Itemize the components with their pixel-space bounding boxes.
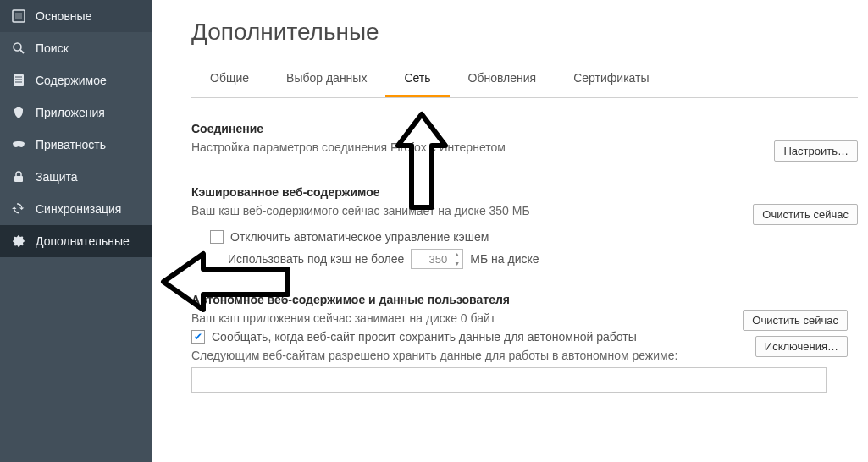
spinner-icon[interactable]: ▲▼ — [451, 250, 462, 268]
tab-general[interactable]: Общие — [191, 61, 268, 97]
sidebar-label: Синхронизация — [36, 202, 121, 216]
sync-icon — [12, 202, 25, 216]
general-icon — [12, 9, 25, 23]
content-icon — [12, 74, 25, 87]
clear-offline-button[interactable]: Очистить сейчас — [743, 310, 848, 331]
cache-size-row: Использовать под кэш не более 350 ▲▼ МБ … — [228, 249, 858, 269]
cache-size-input[interactable]: 350 ▲▼ — [411, 249, 463, 269]
section-title: Автономное веб-содержимое и данные польз… — [191, 293, 858, 306]
search-icon — [12, 41, 25, 55]
cache-size-post: МБ на диске — [470, 252, 539, 266]
sidebar-item-security[interactable]: Защита — [0, 161, 152, 193]
section-cache: Кэшированное веб-содержимое Ваш кэш веб-… — [191, 185, 858, 269]
disable-cache-label: Отключить автоматическое управление кэше… — [230, 230, 489, 244]
notify-checkbox[interactable] — [191, 330, 205, 344]
advanced-icon — [12, 234, 25, 248]
disable-cache-checkbox[interactable] — [210, 230, 224, 244]
tab-data-choices[interactable]: Выбор данных — [268, 61, 385, 97]
svg-rect-4 — [14, 74, 24, 86]
section-offline: Автономное веб-содержимое и данные польз… — [191, 293, 858, 393]
section-desc: Ваш кэш веб-содержимого сейчас занимает … — [191, 204, 530, 217]
sidebar-label: Поиск — [36, 41, 69, 55]
sidebar-item-sync[interactable]: Синхронизация — [0, 193, 152, 225]
svg-rect-8 — [14, 176, 23, 182]
sidebar-label: Приложения — [36, 106, 105, 119]
disable-cache-row: Отключить автоматическое управление кэше… — [210, 230, 858, 244]
applications-icon — [12, 106, 25, 119]
section-desc: Настройка параметров соединения Firefox … — [191, 140, 506, 154]
svg-point-2 — [14, 43, 21, 51]
notify-label: Сообщать, когда веб-сайт просит сохранит… — [212, 330, 637, 344]
sidebar-item-search[interactable]: Поиск — [0, 32, 152, 64]
configure-button[interactable]: Настроить… — [774, 140, 858, 162]
cache-size-value: 350 — [429, 253, 448, 266]
sidebar-item-general[interactable]: Основные — [0, 0, 152, 32]
tab-network[interactable]: Сеть — [385, 61, 449, 97]
sidebar-item-privacy[interactable]: Приватность — [0, 129, 152, 161]
sidebar-label: Приватность — [36, 138, 106, 151]
offline-sites-list[interactable] — [191, 367, 827, 393]
section-title: Кэшированное веб-содержимое — [191, 185, 858, 199]
app-root: Основные Поиск Содержимое Приложения При… — [0, 0, 868, 462]
tabs: Общие Выбор данных Сеть Обновления Серти… — [191, 61, 858, 98]
tab-certificates[interactable]: Сертификаты — [555, 61, 667, 97]
sidebar-item-content[interactable]: Содержимое — [0, 64, 152, 96]
page-title: Дополнительные — [191, 19, 858, 46]
sidebar-label: Дополнительные — [36, 234, 130, 248]
main: Дополнительные Общие Выбор данных Сеть О… — [152, 0, 868, 462]
sidebar-label: Защита — [36, 170, 78, 184]
clear-cache-button[interactable]: Очистить сейчас — [753, 204, 858, 225]
sidebar: Основные Поиск Содержимое Приложения При… — [0, 0, 152, 462]
tab-updates[interactable]: Обновления — [450, 61, 556, 97]
svg-rect-1 — [15, 13, 22, 19]
sidebar-item-applications[interactable]: Приложения — [0, 96, 152, 129]
section-connection: Соединение Настройка параметров соединен… — [191, 122, 858, 162]
offline-buttons: Очистить сейчас Исключения… — [743, 310, 848, 357]
lock-icon — [12, 170, 25, 184]
section-title: Соединение — [191, 122, 858, 135]
sidebar-item-advanced[interactable]: Дополнительные — [0, 225, 152, 257]
cache-size-pre: Использовать под кэш не более — [228, 252, 404, 266]
exceptions-button[interactable]: Исключения… — [755, 336, 848, 357]
sidebar-label: Основные — [36, 9, 91, 23]
sidebar-label: Содержимое — [36, 74, 107, 87]
privacy-icon — [12, 138, 25, 151]
svg-line-3 — [20, 50, 24, 53]
